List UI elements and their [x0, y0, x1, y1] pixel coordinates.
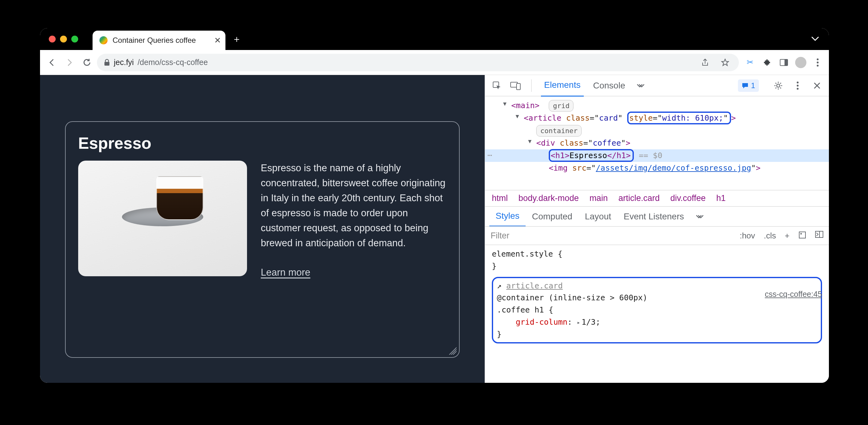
close-window-button[interactable] [49, 36, 56, 42]
card-image [78, 161, 247, 276]
svg-point-10 [797, 81, 799, 84]
device-toolbar-icon[interactable] [509, 79, 522, 92]
tab-styles[interactable]: Styles [489, 206, 526, 227]
dom-node-h1[interactable]: ⋯<h1>Espresso</h1>== $0 [485, 150, 829, 162]
tabs-overflow-button[interactable] [810, 35, 820, 43]
tab-event-listeners[interactable]: Event Listeners [618, 207, 690, 226]
svg-rect-13 [799, 232, 805, 238]
forward-button[interactable] [62, 55, 77, 70]
svg-point-4 [817, 62, 818, 63]
resize-handle[interactable] [449, 347, 457, 355]
crumb-main[interactable]: main [589, 193, 608, 203]
minimize-window-button[interactable] [60, 36, 67, 42]
share-icon[interactable] [698, 56, 712, 69]
url-host: jec.fyi [114, 58, 134, 67]
rule-element-style[interactable]: element.style { } [492, 248, 822, 272]
tab-favicon [99, 36, 107, 44]
profile-avatar[interactable] [794, 56, 808, 69]
computed-sidebar-icon[interactable] [815, 231, 823, 241]
issues-badge[interactable]: 1 [738, 79, 759, 92]
more-tabs-icon[interactable] [634, 79, 647, 92]
styles-pane-tabs: Styles Computed Layout Event Listeners [485, 206, 829, 226]
reload-button[interactable] [80, 55, 94, 70]
svg-point-3 [817, 59, 818, 60]
maximize-window-button[interactable] [71, 36, 78, 42]
svg-point-12 [797, 88, 799, 90]
svg-point-11 [797, 85, 799, 87]
tab-strip: Container Queries coffee ✕ ＋ [40, 28, 829, 50]
cls-toggle[interactable]: .cls [764, 231, 776, 241]
svg-rect-0 [104, 62, 110, 66]
window-controls [49, 36, 78, 42]
svg-point-5 [817, 65, 818, 67]
devtools-close-icon[interactable] [811, 79, 823, 92]
styles-filter-input[interactable]: Filter [491, 231, 740, 241]
rule-container-query[interactable]: ↗ article.card @container (inline-size >… [492, 277, 822, 344]
devtools-panel: Elements Console 1 [485, 75, 829, 383]
extensions-icon[interactable] [760, 56, 774, 69]
side-panel-icon[interactable] [777, 56, 791, 69]
new-rule-button[interactable]: + [785, 231, 789, 241]
svg-rect-2 [784, 59, 788, 66]
toolbar: jec.fyi/demo/css-cq-coffee ✂ [40, 50, 829, 75]
dom-node-main[interactable]: ▼<main> grid [485, 99, 829, 112]
bookmark-star-icon[interactable] [718, 56, 732, 69]
crumb-body[interactable]: body.dark-mode [519, 193, 579, 203]
content-area: Espresso Espresso is the name of a highl… [40, 75, 829, 383]
rule-source-link[interactable]: css-cq-coffee:45 [765, 288, 822, 300]
dom-node-article[interactable]: ▼<article class="card" style="width: 610… [485, 112, 829, 124]
crumb-article[interactable]: article.card [618, 193, 660, 203]
devtools-toolbar: Elements Console 1 [485, 75, 829, 96]
coffee-card: Espresso Espresso is the name of a highl… [65, 121, 460, 358]
dom-node-div[interactable]: ▼<div class="coffee"> [485, 137, 829, 150]
styles-rules[interactable]: element.style { } ↗ article.card @contai… [485, 245, 829, 351]
back-button[interactable] [44, 55, 59, 70]
tab-console[interactable]: Console [590, 75, 628, 96]
browser-window: Container Queries coffee ✕ ＋ [40, 28, 829, 383]
svg-rect-8 [517, 84, 520, 90]
svg-point-9 [777, 84, 780, 87]
more-styles-tabs-icon[interactable] [693, 210, 706, 223]
new-tab-button[interactable]: ＋ [231, 34, 242, 44]
tab-title: Container Queries coffee [113, 36, 196, 45]
learn-more-link[interactable]: Learn more [261, 265, 446, 280]
crumb-h1[interactable]: h1 [716, 193, 726, 203]
crumb-div[interactable]: div.coffee [671, 193, 706, 203]
devtools-settings-icon[interactable] [772, 79, 784, 92]
dom-breadcrumb[interactable]: html body.dark-mode main article.card di… [485, 190, 829, 206]
tab-elements[interactable]: Elements [541, 74, 584, 97]
tab-layout[interactable]: Layout [579, 207, 617, 226]
browser-tab[interactable]: Container Queries coffee ✕ [93, 31, 225, 50]
rendering-icon[interactable] [798, 231, 806, 241]
card-description: Espresso is the name of a highly concent… [261, 161, 446, 251]
devtools-menu-icon[interactable] [792, 79, 804, 92]
card-heading: Espresso [78, 134, 446, 153]
address-bar[interactable]: jec.fyi/demo/css-cq-coffee [97, 54, 739, 71]
inspect-element-icon[interactable] [491, 79, 503, 92]
styles-filter-row: Filter :hov .cls + [485, 226, 829, 245]
crumb-html[interactable]: html [492, 193, 508, 203]
chrome-menu-button[interactable] [811, 56, 825, 69]
url-path: /demo/css-cq-coffee [137, 58, 208, 67]
hov-toggle[interactable]: :hov [740, 231, 755, 241]
scissors-icon[interactable]: ✂ [743, 56, 757, 69]
rendered-page: Espresso Espresso is the name of a highl… [40, 75, 485, 383]
dom-tree[interactable]: ▼<main> grid ▼<article class="card" styl… [485, 96, 829, 190]
close-tab-button[interactable]: ✕ [214, 36, 221, 45]
dom-node-img[interactable]: <img src="/assets/img/demo/cof-espresso.… [485, 162, 829, 174]
dom-badge-container[interactable]: container [485, 124, 829, 137]
tab-computed[interactable]: Computed [526, 207, 579, 226]
lock-icon [104, 59, 110, 66]
